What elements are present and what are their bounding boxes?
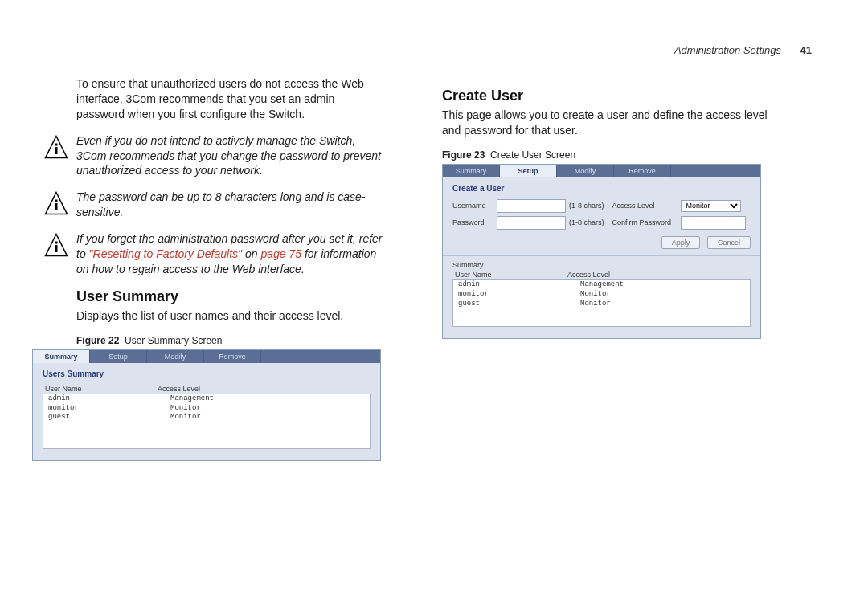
info-note-3-text: If you forget the administration passwor… — [76, 231, 386, 277]
heading-user-summary: User Summary — [76, 288, 386, 305]
row-username: Username (1-8 chars) Access Level Monito… — [452, 199, 751, 213]
tab-setup[interactable]: Setup — [500, 165, 557, 177]
svg-rect-7 — [55, 242, 58, 244]
svg-rect-8 — [55, 245, 58, 252]
tab-summary[interactable]: Summary — [33, 350, 90, 363]
fig22-col-username: User Name — [43, 385, 158, 393]
button-row: Apply Cancel — [452, 236, 751, 249]
info-note-1-text: Even if you do not intend to actively ma… — [76, 133, 386, 179]
label-confirm-password: Confirm Password — [612, 218, 681, 226]
tab-remove[interactable]: Remove — [204, 350, 261, 363]
label-access-level: Access Level — [612, 202, 681, 210]
figure-23-title: Create User Screen — [490, 149, 575, 161]
apply-button[interactable]: Apply — [661, 236, 701, 249]
link-reset-defaults[interactable]: "Resetting to Factory Defaults" — [89, 247, 242, 260]
intro-paragraph: To ensure that unauthorized users do not… — [76, 76, 386, 122]
select-access-level[interactable]: Monitor — [681, 200, 741, 212]
info-icon — [44, 191, 68, 215]
figure-23-caption: Figure 23 Create User Screen — [442, 149, 788, 161]
tab-modify[interactable]: Modify — [557, 165, 614, 177]
tab-modify[interactable]: Modify — [147, 350, 204, 363]
fig22-table: adminManagement monitorMonitor guestMoni… — [43, 394, 371, 450]
figure-22-screenshot: Summary Setup Modify Remove Users Summar… — [32, 349, 381, 462]
page-number: 41 — [800, 44, 812, 56]
tab-remove[interactable]: Remove — [614, 165, 671, 177]
table-row: adminManagement — [43, 394, 371, 403]
fig22-col-access: Access Level — [158, 385, 371, 393]
label-password: Password — [452, 218, 497, 226]
fig22-table-header: User Name Access Level — [43, 385, 371, 393]
create-user-desc: This page allows you to create a user an… — [442, 108, 788, 138]
svg-rect-4 — [55, 200, 58, 202]
info-note-1: Even if you do not intend to actively ma… — [44, 133, 386, 179]
fig23-table-header: User Name Access Level — [452, 271, 751, 279]
link-page-75[interactable]: page 75 — [260, 247, 301, 260]
summary-subheader: Summary — [452, 261, 751, 269]
cancel-button[interactable]: Cancel — [707, 236, 751, 249]
heading-create-user: Create User — [442, 88, 788, 104]
note3-mid: on — [242, 247, 260, 260]
fig23-panel-title: Create a User — [452, 184, 751, 193]
fig23-tabs: Summary Setup Modify Remove — [443, 165, 760, 177]
figure-23-label: Figure 23 — [442, 149, 485, 161]
table-row: adminManagement — [453, 279, 751, 289]
label-username: Username — [452, 202, 497, 210]
figure-22-label: Figure 22 — [76, 335, 119, 346]
figure-22-title: User Summary Screen — [125, 335, 222, 346]
info-note-2-text: The password can be up to 8 characters l… — [76, 190, 386, 220]
hint-username: (1-8 chars) — [569, 202, 604, 210]
svg-rect-5 — [55, 203, 58, 210]
row-password: Password (1-8 chars) Confirm Password — [452, 216, 751, 230]
input-confirm-password[interactable] — [681, 216, 746, 230]
tab-summary[interactable]: Summary — [443, 165, 500, 177]
tab-setup[interactable]: Setup — [90, 350, 147, 363]
right-column: Create User This page allows you to crea… — [434, 32, 788, 461]
left-column: To ensure that unauthorized users do not… — [32, 32, 386, 461]
info-icon — [44, 135, 68, 159]
figure-23-screenshot: Summary Setup Modify Remove Create a Use… — [442, 164, 761, 340]
table-row: monitorMonitor — [43, 404, 371, 414]
table-row: monitorMonitor — [453, 290, 751, 300]
fig23-col-access: Access Level — [567, 271, 751, 279]
table-row: guestMonitor — [43, 413, 371, 422]
figure-22-caption: Figure 22 User Summary Screen — [76, 335, 386, 346]
user-summary-desc: Displays the list of user names and thei… — [76, 308, 386, 324]
fig22-tabs: Summary Setup Modify Remove — [33, 350, 380, 363]
svg-rect-1 — [55, 143, 58, 145]
fig23-table: adminManagement monitorMonitor guestMoni… — [452, 279, 751, 328]
input-password[interactable] — [497, 216, 566, 230]
hint-password: (1-8 chars) — [569, 218, 604, 226]
svg-rect-2 — [55, 147, 58, 154]
info-note-3: If you forget the administration passwor… — [44, 231, 386, 277]
fig22-panel-title: Users Summary — [43, 369, 371, 378]
table-row: guestMonitor — [453, 300, 751, 309]
input-username[interactable] — [497, 199, 566, 213]
info-icon — [44, 233, 68, 257]
fig23-col-username: User Name — [452, 271, 567, 279]
info-note-2: The password can be up to 8 characters l… — [44, 190, 386, 220]
